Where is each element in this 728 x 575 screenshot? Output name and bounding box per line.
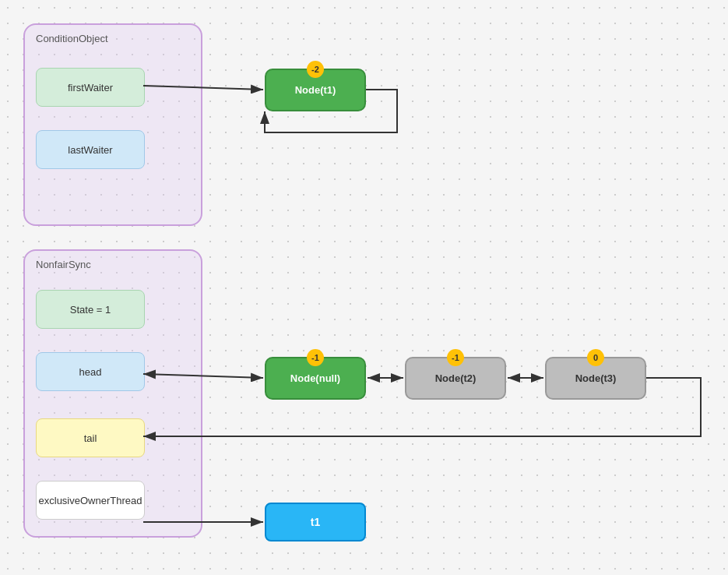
- diagram-container: ConditionObject firstWaiter lastWaiter N…: [0, 0, 728, 575]
- node-t3: 0 Node(t3): [545, 357, 646, 400]
- tail-field: tail: [36, 418, 145, 457]
- node-null-badge: -1: [307, 349, 324, 366]
- head-field: head: [36, 352, 145, 391]
- node-t2: -1 Node(t2): [405, 357, 506, 400]
- nonfairsync-group: NonfairSync State = 1 head tail exclusiv…: [23, 249, 202, 538]
- last-waiter-field: lastWaiter: [36, 130, 145, 169]
- condition-object-label: ConditionObject: [36, 33, 108, 44]
- node-t3-badge: 0: [587, 349, 604, 366]
- nonfairsync-label: NonfairSync: [36, 259, 91, 270]
- thread-t1: t1: [265, 503, 366, 541]
- node-null: -1 Node(null): [265, 357, 366, 400]
- node-t2-badge: -1: [447, 349, 464, 366]
- first-waiter-field: firstWaiter: [36, 68, 145, 107]
- exclusive-owner-thread-field: exclusiveOwnerThread: [36, 481, 145, 520]
- node-t1-badge: -2: [307, 61, 324, 78]
- state-field: State = 1: [36, 290, 145, 329]
- condition-object-group: ConditionObject firstWaiter lastWaiter: [23, 23, 202, 226]
- node-t1: -2 Node(t1): [265, 69, 366, 111]
